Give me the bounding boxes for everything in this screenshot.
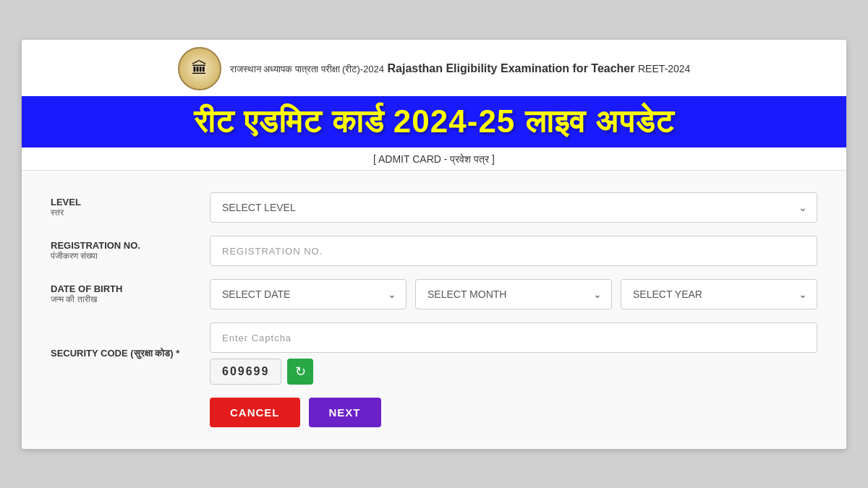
level-select-wrapper: SELECT LEVEL ⌄ xyxy=(210,192,817,223)
refresh-captcha-button[interactable]: ↻ xyxy=(287,359,313,385)
date-select-wrapper: SELECT DATE ⌄ xyxy=(210,279,407,309)
header-top: 🏛 राजस्थान अध्यापक पात्रता परीक्षा (रीट)… xyxy=(178,47,691,90)
header-line1: राजस्थान अध्यापक पात्रता परीक्षा (रीट)-2… xyxy=(230,64,384,74)
level-label-group: LEVEL स्तर xyxy=(51,197,210,218)
header-line2: Rajasthan Eligibility Examination for Te… xyxy=(387,62,634,74)
security-label-main: SECURITY CODE (सुरक्षा कोड) * xyxy=(51,348,210,359)
security-control: 609699 ↻ xyxy=(210,322,817,385)
banner: रीट एडमिट कार्ड 2024-25 लाइव अपडेट xyxy=(22,96,846,147)
captcha-code: 609699 xyxy=(210,359,281,385)
dob-label-main: DATE OF BIRTH xyxy=(51,283,210,294)
cancel-button[interactable]: CANCEL xyxy=(210,398,300,427)
year-select-wrapper: SELECT YEAR ⌄ xyxy=(621,279,817,309)
dob-row: DATE OF BIRTH जन्म की तारीख SELECT DATE … xyxy=(51,279,817,309)
dob-label-group: DATE OF BIRTH जन्म की तारीख xyxy=(51,283,210,304)
level-select[interactable]: SELECT LEVEL xyxy=(210,192,817,223)
logo-icon: 🏛 xyxy=(178,47,221,90)
dob-group: SELECT DATE ⌄ SELECT MONTH ⌄ SELECT YEAR xyxy=(210,279,817,309)
date-select[interactable]: SELECT DATE xyxy=(210,279,407,309)
month-select[interactable]: SELECT MONTH xyxy=(415,279,612,309)
registration-control xyxy=(210,236,817,266)
reg-label-main: REGISTRATION NO. xyxy=(51,240,210,251)
banner-text: रीट एडमिट कार्ड 2024-25 लाइव अपडेट xyxy=(36,103,832,140)
security-label-group: SECURITY CODE (सुरक्षा कोड) * xyxy=(51,348,210,359)
dob-control: SELECT DATE ⌄ SELECT MONTH ⌄ SELECT YEAR xyxy=(210,279,817,309)
header: 🏛 राजस्थान अध्यापक पात्रता परीक्षा (रीट)… xyxy=(22,40,846,96)
registration-row: REGISTRATION NO. पंजीकरण संख्या xyxy=(51,236,817,266)
captcha-display: 609699 ↻ xyxy=(210,359,817,385)
registration-label-group: REGISTRATION NO. पंजीकरण संख्या xyxy=(51,240,210,261)
captcha-input[interactable] xyxy=(210,322,817,353)
form-area: LEVEL स्तर SELECT LEVEL ⌄ REGISTRATION N… xyxy=(22,171,846,449)
button-row: CANCEL NEXT xyxy=(51,398,817,427)
registration-input[interactable] xyxy=(210,236,817,266)
month-select-wrapper: SELECT MONTH ⌄ xyxy=(415,279,612,309)
level-row: LEVEL स्तर SELECT LEVEL ⌄ xyxy=(51,192,817,223)
page-wrapper: 🏛 राजस्थान अध्यापक पात्रता परीक्षा (रीट)… xyxy=(22,40,846,449)
next-button[interactable]: NEXT xyxy=(309,398,381,427)
dob-label-sub: जन्म की तारीख xyxy=(51,294,210,304)
header-text: राजस्थान अध्यापक पात्रता परीक्षा (रीट)-2… xyxy=(230,62,691,75)
security-row: SECURITY CODE (सुरक्षा कोड) * 609699 ↻ xyxy=(51,322,817,385)
year-select[interactable]: SELECT YEAR xyxy=(621,279,817,309)
header-line3: REET-2024 xyxy=(638,63,690,74)
level-control: SELECT LEVEL ⌄ xyxy=(210,192,817,223)
reg-label-sub: पंजीकरण संख्या xyxy=(51,251,210,261)
level-label-main: LEVEL xyxy=(51,197,210,207)
admit-label: [ ADMIT CARD - प्रवेश पत्र ] xyxy=(22,147,846,171)
level-label-sub: स्तर xyxy=(51,207,210,218)
